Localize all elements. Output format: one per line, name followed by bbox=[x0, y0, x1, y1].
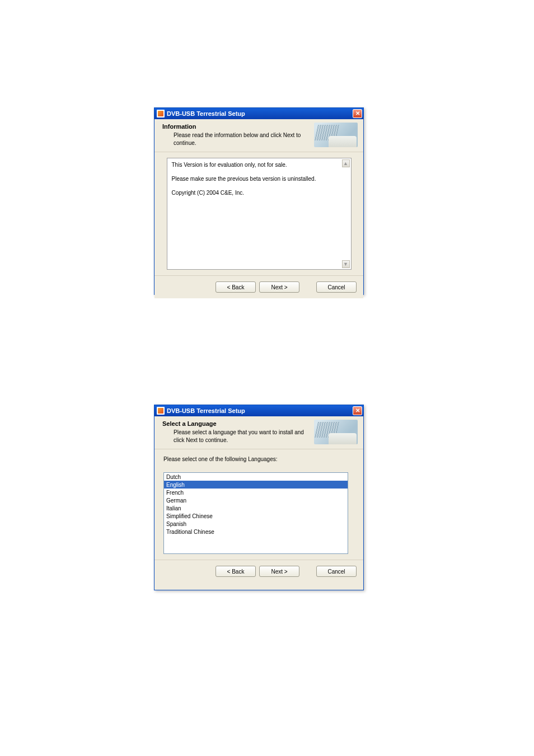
language-option-traditional-chinese[interactable]: Traditional Chinese bbox=[164, 528, 348, 536]
next-button[interactable]: Next > bbox=[259, 281, 299, 293]
scroll-down-icon[interactable]: ▼ bbox=[342, 260, 350, 268]
setup-dialog-language: DVB-USB Terrestrial Setup ✕ Select a Lan… bbox=[154, 405, 364, 590]
close-button[interactable]: ✕ bbox=[353, 406, 362, 415]
language-option-german[interactable]: German bbox=[164, 496, 348, 504]
language-option-spanish[interactable]: Spanish bbox=[164, 520, 348, 528]
info-line: Please make sure the previous beta versi… bbox=[172, 176, 346, 182]
button-spacer bbox=[303, 566, 313, 577]
header-text-block: Information Please read the information … bbox=[162, 123, 314, 147]
app-icon bbox=[157, 110, 165, 118]
info-line: Copyright (C) 2004 C&E, Inc. bbox=[172, 190, 346, 196]
cancel-button[interactable]: Cancel bbox=[316, 566, 357, 577]
wizard-header: Information Please read the information … bbox=[154, 119, 363, 152]
window-title: DVB-USB Terrestrial Setup bbox=[167, 407, 353, 414]
wizard-buttons: < Back Next > Cancel bbox=[154, 275, 363, 298]
setup-dialog-information: DVB-USB Terrestrial Setup ✕ Information … bbox=[154, 107, 364, 295]
cancel-button[interactable]: Cancel bbox=[316, 281, 357, 293]
header-text-block: Select a Language Please select a langua… bbox=[162, 420, 314, 444]
header-subtitle: Please read the information below and cl… bbox=[162, 132, 312, 147]
window-title: DVB-USB Terrestrial Setup bbox=[167, 110, 353, 117]
back-button[interactable]: < Back bbox=[216, 566, 256, 577]
next-button[interactable]: Next > bbox=[259, 566, 299, 577]
language-option-italian[interactable]: Italian bbox=[164, 504, 348, 512]
wizard-body: This Version is for evaluation only, not… bbox=[154, 152, 363, 275]
language-prompt: Please select one of the following Langu… bbox=[163, 456, 354, 462]
wizard-buttons: < Back Next > Cancel bbox=[154, 560, 363, 583]
header-subtitle: Please select a language that you want t… bbox=[162, 429, 312, 444]
close-button[interactable]: ✕ bbox=[353, 109, 362, 118]
info-line: This Version is for evaluation only, not… bbox=[172, 162, 346, 168]
titlebar[interactable]: DVB-USB Terrestrial Setup ✕ bbox=[154, 108, 363, 119]
header-title: Information bbox=[162, 123, 312, 130]
header-graphic-icon bbox=[314, 420, 358, 444]
app-icon bbox=[157, 407, 165, 415]
language-option-simplified-chinese[interactable]: Simplified Chinese bbox=[164, 512, 348, 520]
close-icon: ✕ bbox=[355, 408, 360, 414]
language-option-dutch[interactable]: Dutch bbox=[164, 473, 348, 481]
wizard-body: Please select one of the following Langu… bbox=[154, 449, 363, 560]
back-button[interactable]: < Back bbox=[216, 281, 256, 293]
close-icon: ✕ bbox=[355, 111, 360, 116]
scroll-up-icon[interactable]: ▲ bbox=[342, 159, 350, 167]
information-textbox[interactable]: This Version is for evaluation only, not… bbox=[167, 158, 352, 270]
wizard-header: Select a Language Please select a langua… bbox=[154, 416, 363, 449]
header-graphic-icon bbox=[314, 123, 358, 147]
header-title: Select a Language bbox=[162, 420, 312, 427]
titlebar[interactable]: DVB-USB Terrestrial Setup ✕ bbox=[154, 405, 363, 416]
language-option-english[interactable]: English bbox=[164, 481, 348, 489]
language-option-french[interactable]: French bbox=[164, 489, 348, 496]
button-spacer bbox=[303, 281, 313, 293]
language-listbox[interactable]: Dutch English French German Italian Simp… bbox=[163, 472, 348, 554]
